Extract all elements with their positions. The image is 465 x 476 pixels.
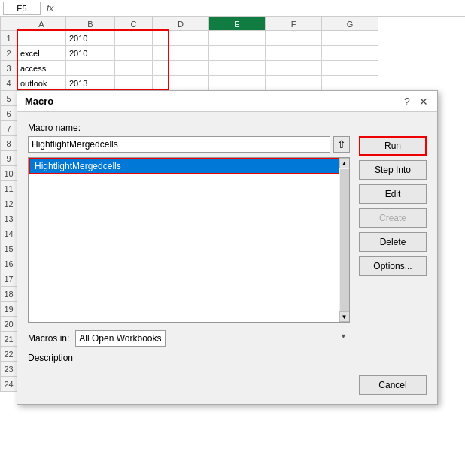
cell-E3[interactable] [209, 61, 266, 76]
cell-F4[interactable] [266, 76, 322, 91]
cell-A1[interactable] [17, 31, 66, 46]
cell-C3[interactable] [115, 61, 153, 76]
formula-bar: fx [0, 0, 465, 17]
col-header-B[interactable]: B [66, 17, 115, 31]
formula-input[interactable] [59, 2, 462, 15]
cell-D1[interactable] [153, 31, 209, 46]
cell-E1[interactable] [209, 31, 266, 46]
row-header-5[interactable]: 5 [1, 91, 17, 106]
macro-dialog[interactable]: Macro ? ✕ Macro name: ⇧ HightlightMerged… [17, 90, 438, 405]
cell-B2[interactable]: 2010 [66, 46, 115, 61]
cell-C2[interactable] [115, 46, 153, 61]
cell-C1[interactable] [115, 31, 153, 46]
dialog-buttons: Run Step Into Edit Create Delete Options… [359, 136, 427, 363]
col-header-G[interactable]: G [322, 17, 378, 31]
cell-A3[interactable]: access [17, 61, 66, 76]
row-header-24[interactable]: 24 [1, 377, 17, 392]
dialog-title: Macro [25, 96, 53, 107]
row-header-11[interactable]: 11 [1, 181, 17, 196]
row-header-21[interactable]: 21 [1, 332, 17, 347]
dialog-body: Macro name: ⇧ HightlightMergedcells ▲ [17, 112, 437, 404]
macros-in-label: Macros in: [28, 333, 69, 344]
col-header-empty [1, 17, 17, 31]
col-header-F[interactable]: F [266, 17, 322, 31]
cell-A2[interactable]: excel [17, 46, 66, 61]
cell-F2[interactable] [266, 46, 322, 61]
dialog-help-button[interactable]: ? [401, 96, 413, 108]
row-header-14[interactable]: 14 [1, 226, 17, 241]
row-header-1[interactable]: 1 [1, 31, 17, 46]
macro-name-row: ⇧ [28, 136, 350, 153]
cell-ref-input[interactable] [3, 2, 41, 15]
cell-C4[interactable] [115, 76, 153, 91]
scroll-up-arrow[interactable]: ▲ [339, 158, 350, 168]
col-header-D[interactable]: D [153, 17, 209, 31]
row-header-18[interactable]: 18 [1, 287, 17, 302]
macro-list-container: ⇧ HightlightMergedcells ▲ ▼ [28, 136, 350, 363]
fx-label: fx [44, 3, 56, 14]
edit-button[interactable]: Edit [359, 184, 427, 204]
dialog-titlebar: Macro ? ✕ [17, 91, 437, 112]
description-label: Description [28, 353, 350, 363]
macro-listbox[interactable]: HightlightMergedcells ▲ ▼ [28, 157, 350, 323]
cancel-button[interactable]: Cancel [359, 375, 427, 395]
row-header-7[interactable]: 7 [1, 121, 17, 136]
row-header-15[interactable]: 15 [1, 241, 17, 256]
step-into-button[interactable]: Step Into [359, 160, 427, 180]
macro-name-input[interactable] [28, 136, 330, 153]
create-button[interactable]: Create [359, 208, 427, 228]
cell-F3[interactable] [266, 61, 322, 76]
col-header-C[interactable]: C [115, 17, 153, 31]
row-header-4[interactable]: 4 [1, 76, 17, 91]
row-header-13[interactable]: 13 [1, 211, 17, 226]
col-header-E[interactable]: E [209, 17, 266, 31]
listbox-scrollbar[interactable]: ▲ ▼ [339, 158, 349, 322]
row-header-10[interactable]: 10 [1, 166, 17, 181]
cell-B1[interactable]: 2010 [66, 31, 115, 46]
cell-A4[interactable]: outlook [17, 76, 66, 91]
macro-list-area: ⇧ HightlightMergedcells ▲ ▼ [28, 136, 427, 363]
cell-B4[interactable]: 2013 [66, 76, 115, 91]
macro-name-icon-button[interactable]: ⇧ [333, 136, 350, 153]
row-header-19[interactable]: 19 [1, 302, 17, 317]
row-header-12[interactable]: 12 [1, 196, 17, 211]
row-header-9[interactable]: 9 [1, 151, 17, 166]
row-header-20[interactable]: 20 [1, 317, 17, 332]
spreadsheet: fx A B C D E [0, 0, 465, 476]
dialog-controls: ? ✕ [401, 96, 430, 108]
cell-D2[interactable] [153, 46, 209, 61]
col-header-A[interactable]: A [17, 17, 66, 31]
macros-in-select[interactable]: All Open Workbooks This Workbook [75, 330, 166, 347]
macro-list-item[interactable]: HightlightMergedcells [29, 158, 349, 174]
cell-E2[interactable] [209, 46, 266, 61]
macros-in-select-wrapper: All Open Workbooks This Workbook [75, 330, 350, 347]
cell-G1[interactable] [322, 31, 378, 46]
cancel-row: Cancel [28, 375, 427, 395]
cell-G3[interactable] [322, 61, 378, 76]
row-header-16[interactable]: 16 [1, 256, 17, 271]
cell-G2[interactable] [322, 46, 378, 61]
macros-in-row: Macros in: All Open Workbooks This Workb… [28, 330, 350, 347]
row-header-8[interactable]: 8 [1, 136, 17, 151]
scroll-down-arrow[interactable]: ▼ [339, 311, 350, 322]
macro-name-label: Macro name: [28, 123, 427, 133]
cell-D4[interactable] [153, 76, 209, 91]
row-header-23[interactable]: 23 [1, 362, 17, 377]
row-header-3[interactable]: 3 [1, 61, 17, 76]
row-header-22[interactable]: 22 [1, 347, 17, 362]
run-button[interactable]: Run [359, 136, 427, 156]
cell-D3[interactable] [153, 61, 209, 76]
row-header-2[interactable]: 2 [1, 46, 17, 61]
cell-B3[interactable] [66, 61, 115, 76]
dialog-close-button[interactable]: ✕ [418, 96, 430, 108]
row-header-6[interactable]: 6 [1, 106, 17, 121]
delete-button[interactable]: Delete [359, 232, 427, 252]
scroll-track [340, 169, 349, 311]
row-header-17[interactable]: 17 [1, 271, 17, 287]
cell-G4[interactable] [322, 76, 378, 91]
options-button[interactable]: Options... [359, 256, 427, 276]
cell-F1[interactable] [266, 31, 322, 46]
cell-E4[interactable] [209, 76, 266, 91]
